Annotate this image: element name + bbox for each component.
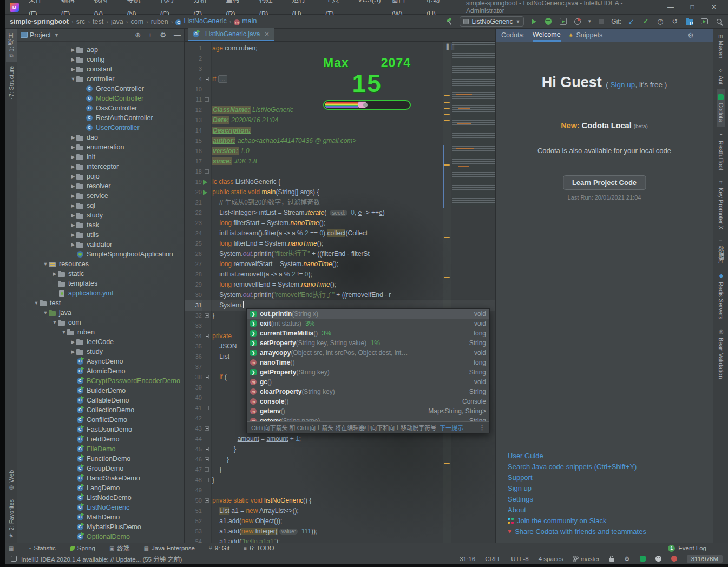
run-configuration-select[interactable]: ListNoGeneric ▼ — [460, 16, 524, 27]
run-gutter-icon[interactable] — [203, 190, 207, 195]
breadcrumb-item[interactable]: java — [111, 18, 123, 25]
fold-collapse-icon[interactable] — [205, 97, 209, 102]
completion-item-gc[interactable]: mgc()void — [247, 377, 489, 387]
locate-file-icon[interactable]: ⊕ — [135, 31, 141, 39]
bottom-tab-6-todo[interactable]: ≡6: TODO — [244, 544, 274, 552]
right-strip-tab-codota[interactable]: Codota — [717, 89, 725, 127]
fold-collapse-icon[interactable] — [205, 457, 209, 461]
right-strip-tab-bean-validation[interactable]: ◎Bean Validation — [717, 324, 725, 384]
history-clock-icon[interactable]: ◷ — [655, 17, 665, 27]
hide-panel-icon[interactable]: — — [174, 31, 181, 39]
run-button[interactable] — [529, 17, 539, 27]
inspections-hector-icon[interactable] — [655, 556, 661, 562]
chevron-right-icon[interactable]: ▶ — [70, 154, 76, 160]
tree-item-validator[interactable]: ▶validator — [17, 240, 184, 249]
fold-collapse-icon[interactable] — [205, 169, 209, 174]
fold-collapse-icon[interactable] — [205, 375, 209, 379]
tree-item-filedemo[interactable]: FileDemo — [17, 444, 184, 454]
fold-collapse-icon[interactable] — [205, 498, 209, 503]
rollback-icon[interactable]: ↺ — [670, 17, 680, 27]
tab-snippets[interactable]: ★ Snippets — [568, 31, 603, 39]
chevron-right-icon[interactable]: ▶ — [70, 349, 76, 354]
tree-item-builderdemo[interactable]: BuilderDemo — [17, 386, 184, 395]
codota-link-join[interactable]: Join the community on Slack — [508, 515, 646, 526]
tree-item-config[interactable]: ▶config — [17, 55, 184, 64]
left-strip-tab-7-structure[interactable]: ⁖7: Structure — [7, 62, 16, 107]
git-commit-icon[interactable]: ✓ — [641, 17, 651, 27]
chevron-right-icon[interactable]: ▶ — [70, 213, 76, 218]
codota-hide-icon[interactable]: — — [700, 31, 707, 39]
chevron-right-icon[interactable]: ▶ — [70, 135, 76, 140]
tree-item-templates[interactable]: templates — [17, 279, 184, 288]
profiler-button[interactable] — [573, 17, 582, 27]
fold-collapse-icon[interactable] — [205, 426, 209, 431]
settings-gear-icon[interactable]: ⚙ — [160, 31, 166, 39]
right-strip-tab-key-promoter-x[interactable]: ⌗Key Promoter X — [717, 175, 725, 235]
project-view-title[interactable]: Project — [30, 31, 51, 39]
codota-link-about[interactable]: About — [508, 504, 646, 515]
tree-item-utils[interactable]: ▶utils — [17, 230, 184, 240]
completion-item-getproperty[interactable]: ❯getProperty(String key)String — [247, 367, 489, 377]
right-strip-tab-maven[interactable]: mMaven — [717, 29, 725, 63]
tree-item-fielddemo[interactable]: FieldDemo — [17, 434, 184, 444]
left-strip-tab-1-[interactable]: ⧉1: 项目 — [6, 29, 17, 62]
tree-item-constant[interactable]: ▶constant — [17, 64, 184, 74]
tree-item-ruben[interactable]: ▼ruben — [17, 327, 184, 337]
codota-link-settings[interactable]: Settings — [508, 493, 646, 504]
update-available-icon[interactable] — [11, 556, 17, 562]
tree-item-java[interactable]: ▼java — [17, 308, 184, 318]
debug-button[interactable] — [543, 17, 553, 27]
toolwindow-switcher-icon[interactable]: ▦ — [9, 545, 14, 551]
tab-close-icon[interactable]: ✕ — [264, 31, 269, 38]
breadcrumb-item[interactable]: src — [76, 18, 86, 25]
sign-up-link[interactable]: Sign up — [611, 81, 635, 89]
tree-item-leetcode[interactable]: ▶leetCode — [17, 337, 184, 347]
maximize-button[interactable]: □ — [681, 0, 703, 14]
chevron-right-icon[interactable]: ▶ — [70, 144, 76, 150]
chevron-right-icon[interactable]: ▶ — [70, 222, 76, 228]
chevron-down-icon[interactable]: ▼ — [51, 320, 58, 325]
tree-item-resolver[interactable]: ▶resolver — [17, 181, 184, 191]
remote-host-icon[interactable] — [685, 17, 694, 27]
fold-expand-icon[interactable] — [205, 77, 209, 81]
run-anything-icon[interactable] — [699, 17, 709, 27]
tree-item-callabledemo[interactable]: CallableDemo — [17, 395, 184, 405]
completion-item-console[interactable]: mconsole()Console — [247, 397, 489, 406]
chevron-down-icon[interactable]: ▼ — [42, 261, 49, 267]
codota-link-user[interactable]: User Guide — [508, 450, 646, 461]
tree-item-interceptor[interactable]: ▶interceptor — [17, 162, 184, 172]
tree-item-conflictdemo[interactable]: ConflictDemo — [17, 415, 184, 425]
right-strip-tab-ant[interactable]: ⁘Ant — [717, 63, 725, 89]
chevron-down-icon[interactable]: ▼ — [70, 76, 76, 82]
tree-item-enumeration[interactable]: ▶enumeration — [17, 142, 184, 152]
error-stripe[interactable] — [443, 42, 451, 543]
chevron-right-icon[interactable]: ▶ — [70, 164, 76, 169]
breadcrumb-item[interactable]: ruben — [151, 18, 168, 25]
status-message[interactable]: IntelliJ IDEA 2020.1.4 available: // Upd… — [21, 555, 182, 563]
chevron-right-icon[interactable]: ▶ — [70, 203, 76, 208]
breadcrumb-item[interactable]: com — [130, 18, 143, 25]
fold-collapse-icon[interactable] — [205, 334, 209, 338]
tree-item-langdemo[interactable]: LangDemo — [17, 483, 184, 493]
chevron-right-icon[interactable]: ▶ — [70, 174, 76, 179]
completion-item-out-println[interactable]: ❯out.println(String x)void — [247, 309, 489, 319]
event-log-button[interactable]: 1 Event Log — [668, 545, 706, 552]
completion-item-exit[interactable]: ❯exit(int status) 3%void — [247, 319, 489, 328]
fold-collapse-icon[interactable] — [205, 447, 209, 451]
learn-project-code-button[interactable]: Learn Project Code — [563, 175, 646, 190]
tree-item-listnodedemo[interactable]: ListNodeDemo — [17, 493, 184, 503]
completion-item-arraycopy[interactable]: ❯arraycopy(Object src, int srcPos, Objec… — [247, 348, 489, 358]
tree-item-mybatisplusdemo[interactable]: MybatisPlusDemo — [17, 522, 184, 532]
tree-item-groupdemo[interactable]: GroupDemo — [17, 464, 184, 473]
tree-item-test[interactable]: ▼test — [17, 298, 184, 308]
right-strip-tab-restfultool[interactable]: ◑RestfulTool — [717, 127, 725, 175]
completion-item-getenv[interactable]: mgetenv()Map<String, String> — [247, 406, 489, 416]
tree-item-com[interactable]: ▼com — [17, 318, 184, 327]
breadcrumb-item[interactable]: mmain — [234, 17, 257, 25]
chevron-right-icon[interactable]: ▶ — [51, 271, 58, 276]
close-button[interactable]: ✕ — [703, 0, 725, 14]
tree-item-controller[interactable]: ▼controller — [17, 74, 184, 84]
tree-item-static[interactable]: ▶static — [17, 269, 184, 279]
tree-item-osscontroller[interactable]: OssController — [17, 103, 184, 113]
completion-item-currenttimemillis[interactable]: ❯currentTimeMillis() 3%long — [247, 328, 489, 338]
